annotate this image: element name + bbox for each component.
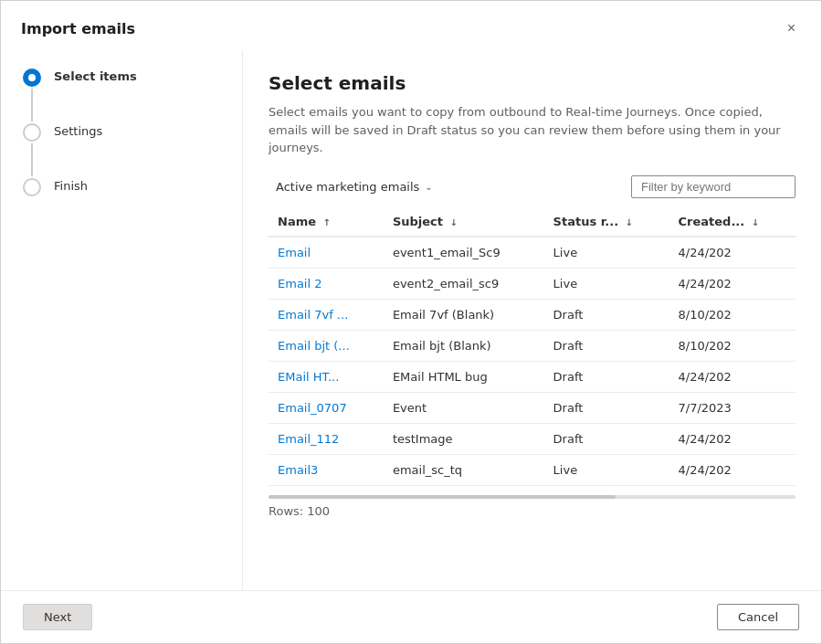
section-title: Select emails bbox=[269, 72, 796, 94]
col-name[interactable]: Name ↑ bbox=[269, 207, 384, 237]
step-circle-finish bbox=[23, 178, 41, 196]
cell-subject: EMail HTML bug bbox=[384, 361, 544, 392]
table-row: Email 7vf ...Email 7vf (Blank)Draft8/10/… bbox=[269, 299, 796, 330]
step-label-settings: Settings bbox=[52, 123, 102, 138]
email-name-link[interactable]: Email_112 bbox=[278, 432, 339, 446]
cell-created: 4/24/202 bbox=[669, 237, 796, 269]
table-row: Email_112testImageDraft4/24/202 bbox=[269, 423, 796, 454]
cell-status: Draft bbox=[544, 330, 669, 361]
email-name-link[interactable]: Email bjt (... bbox=[278, 339, 350, 353]
email-name-link[interactable]: Email_0707 bbox=[278, 401, 347, 415]
col-created[interactable]: Created... ↓ bbox=[669, 207, 796, 237]
section-description: Select emails you want to copy from outb… bbox=[269, 103, 796, 157]
cell-subject: Email 7vf (Blank) bbox=[384, 299, 544, 330]
email-name-link[interactable]: Email3 bbox=[278, 463, 318, 477]
email-name-link[interactable]: Email 7vf ... bbox=[278, 308, 348, 322]
cell-subject: Email bjt (Blank) bbox=[384, 330, 544, 361]
sidebar: Select items Settings Finish bbox=[1, 50, 243, 590]
cell-name: Email bjt (... bbox=[269, 330, 384, 361]
dialog-title: Import emails bbox=[21, 20, 135, 37]
table-header-row: Name ↑ Subject ↓ Status r... ↓ bbox=[269, 207, 796, 237]
sort-arrow-subject: ↓ bbox=[450, 217, 458, 227]
title-bar: Import emails × bbox=[1, 1, 821, 50]
table-row: Email 2event2_email_sc9Live4/24/202 bbox=[269, 268, 796, 299]
import-emails-dialog: Import emails × Select items Settings bbox=[0, 0, 822, 644]
step-line-1 bbox=[31, 89, 33, 121]
cell-name: EMail HT... bbox=[269, 361, 384, 392]
step-settings: Settings bbox=[23, 123, 220, 178]
cell-created: 4/24/202 bbox=[669, 268, 796, 299]
horizontal-scrollbar[interactable] bbox=[269, 495, 796, 499]
chevron-down-icon: ⌄ bbox=[425, 182, 432, 192]
dialog-body: Select items Settings Finish Select emai… bbox=[1, 50, 821, 590]
sort-arrow-created: ↓ bbox=[752, 217, 759, 227]
table-row: EMail HT...EMail HTML bugDraft4/24/202 bbox=[269, 361, 796, 392]
scroll-thumb bbox=[269, 495, 616, 499]
cell-subject: Event bbox=[384, 392, 544, 423]
step-circle-select-items bbox=[23, 69, 41, 87]
table-row: Email3email_sc_tqLive4/24/202 bbox=[269, 454, 796, 485]
dialog-footer: Next Cancel bbox=[1, 590, 821, 643]
email-name-link[interactable]: Email 2 bbox=[278, 277, 321, 290]
cell-subject: event2_email_sc9 bbox=[384, 268, 544, 299]
step-line-2 bbox=[31, 143, 33, 176]
cell-created: 4/24/202 bbox=[669, 423, 796, 454]
cell-created: 4/24/202 bbox=[669, 454, 796, 485]
cell-subject: email_sc_tq bbox=[384, 454, 544, 485]
rows-count: Rows: 100 bbox=[269, 504, 796, 518]
email-name-link[interactable]: EMail HT... bbox=[278, 370, 339, 384]
cell-status: Draft bbox=[544, 299, 669, 330]
cell-status: Draft bbox=[544, 361, 669, 392]
step-label-finish: Finish bbox=[52, 178, 88, 193]
table-row: Email bjt (...Email bjt (Blank)Draft8/10… bbox=[269, 330, 796, 361]
cell-created: 8/10/202 bbox=[669, 299, 796, 330]
next-button[interactable]: Next bbox=[23, 604, 92, 630]
cell-name: Email bbox=[269, 237, 384, 269]
cell-created: 7/7/2023 bbox=[669, 392, 796, 423]
step-select-items: Select items bbox=[23, 69, 220, 123]
step-finish: Finish bbox=[23, 178, 220, 196]
cell-created: 4/24/202 bbox=[669, 361, 796, 392]
step-connector-col-2 bbox=[23, 123, 41, 178]
col-subject[interactable]: Subject ↓ bbox=[384, 207, 544, 237]
step-circle-settings bbox=[23, 123, 41, 142]
cell-status: Live bbox=[544, 268, 669, 299]
close-button[interactable]: × bbox=[782, 17, 801, 39]
toolbar: Active marketing emails ⌄ bbox=[269, 175, 796, 198]
table-row: Email_0707EventDraft7/7/2023 bbox=[269, 392, 796, 423]
email-table: Name ↑ Subject ↓ Status r... ↓ bbox=[269, 207, 796, 486]
main-content: Select emails Select emails you want to … bbox=[243, 50, 821, 590]
cell-subject: testImage bbox=[384, 423, 544, 454]
sort-arrow-name: ↑ bbox=[323, 217, 331, 227]
cell-name: Email 2 bbox=[269, 268, 384, 299]
email-table-wrap: Name ↑ Subject ↓ Status r... ↓ bbox=[269, 207, 796, 573]
cell-status: Draft bbox=[544, 392, 669, 423]
cell-created: 8/10/202 bbox=[669, 330, 796, 361]
filter-input[interactable] bbox=[631, 175, 796, 198]
cell-status: Draft bbox=[544, 423, 669, 454]
table-row: Emailevent1_email_Sc9Live4/24/202 bbox=[269, 237, 796, 269]
cell-status: Live bbox=[544, 237, 669, 269]
cell-status: Live bbox=[544, 454, 669, 485]
filter-dropdown[interactable]: Active marketing emails ⌄ bbox=[269, 176, 440, 197]
col-status[interactable]: Status r... ↓ bbox=[544, 207, 669, 237]
cell-name: Email_112 bbox=[269, 423, 384, 454]
cell-name: Email_0707 bbox=[269, 392, 384, 423]
step-connector-col-3 bbox=[23, 178, 41, 196]
cell-name: Email 7vf ... bbox=[269, 299, 384, 330]
sort-arrow-status: ↓ bbox=[626, 217, 633, 227]
filter-dropdown-label: Active marketing emails bbox=[276, 180, 419, 194]
step-connector-col-1 bbox=[23, 69, 41, 123]
cancel-button[interactable]: Cancel bbox=[717, 604, 799, 630]
step-label-select-items: Select items bbox=[52, 69, 137, 83]
cell-subject: event1_email_Sc9 bbox=[384, 237, 544, 269]
cell-name: Email3 bbox=[269, 454, 384, 485]
email-name-link[interactable]: Email bbox=[278, 246, 311, 259]
